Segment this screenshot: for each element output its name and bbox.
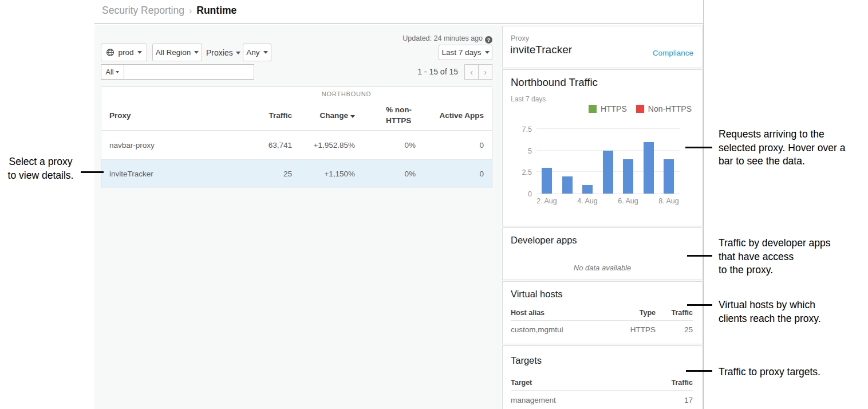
northbound-traffic-card: Northbound Traffic Last 7 days HTTPS Non… <box>502 69 703 226</box>
table-row[interactable]: inviteTracker 25 +1,150% 0% 0 <box>101 159 492 188</box>
proxies-dropdown[interactable]: Proxies <box>206 48 240 57</box>
column-header-type: Type <box>616 309 656 317</box>
proxy-label: Proxy <box>511 34 529 42</box>
developer-apps-card: Developer apps No data available <box>502 227 703 280</box>
column-header-traffic: Traffic <box>656 379 693 387</box>
cell-traffic: 63,741 <box>235 141 292 150</box>
cell-host-alias: custom,mgmtui <box>511 325 616 334</box>
x-axis-tick-label: 6. Aug <box>618 197 638 205</box>
legend-label: Non-HTTPS <box>648 104 692 113</box>
https-swatch-icon <box>589 105 597 113</box>
virtual-host-row: custom,mgmtui HTTPS 25 <box>511 321 693 338</box>
annotation-line <box>81 171 104 173</box>
targets-card: Targets Target Traffic management 17 <box>502 345 703 409</box>
y-axis-tick-label: 7.5 <box>509 125 532 133</box>
y-axis-tick-label: 0 <box>509 190 532 198</box>
chart-title: Northbound Traffic <box>511 76 598 89</box>
x-axis-tick-label: 2. Aug <box>536 197 557 205</box>
region-dropdown[interactable]: All Region <box>152 44 202 61</box>
targets-title: Targets <box>511 355 542 366</box>
chevron-down-icon <box>194 51 199 54</box>
breadcrumb: Security Reporting › Runtime <box>102 5 236 17</box>
non-https-swatch-icon <box>636 105 644 113</box>
column-header-change[interactable]: Change <box>292 111 355 120</box>
virtual-hosts-card: Virtual hosts Host alias Type Traffic cu… <box>502 281 703 344</box>
chevron-right-icon: › <box>484 67 487 77</box>
selected-proxy-name: inviteTracker <box>510 44 572 56</box>
legend-label: HTTPS <box>601 104 627 113</box>
search-scope-dropdown[interactable]: All <box>101 64 124 80</box>
compliance-link[interactable]: Compliance <box>653 49 693 57</box>
cell-active-apps: 0 <box>416 141 492 150</box>
date-range-label: Last 7 days <box>441 48 481 57</box>
column-header-traffic[interactable]: Traffic <box>235 111 292 120</box>
chart-legend: HTTPS Non-HTTPS <box>589 104 692 113</box>
table-row[interactable]: navbar-proxy 63,741 +1,952.85% 0% 0 <box>101 131 492 159</box>
annotation-line <box>687 255 712 257</box>
column-header-host-alias: Host alias <box>511 309 616 317</box>
cell-proxy-name: inviteTracker <box>101 170 235 178</box>
cell-change: +1,952.85% <box>292 141 355 150</box>
column-header-active-apps[interactable]: Active Apps <box>416 111 492 120</box>
pagination-prev-button[interactable]: ‹ <box>464 64 479 80</box>
region-dropdown-label: All Region <box>156 48 191 57</box>
traffic-bar[interactable] <box>644 142 654 194</box>
proxies-dropdown-label: Proxies <box>206 48 233 57</box>
x-axis-tick-label: 4. Aug <box>577 197 597 205</box>
legend-item-non-https: Non-HTTPS <box>636 104 692 113</box>
cell-active-apps: 0 <box>416 170 492 178</box>
cell-proxy-name: navbar-proxy <box>101 141 235 150</box>
breadcrumb-section[interactable]: Security Reporting <box>102 5 184 17</box>
annotation-targets: Traffic to proxy targets. <box>719 365 868 379</box>
gridline <box>536 128 680 129</box>
traffic-bar[interactable] <box>582 185 593 194</box>
annotation-line <box>685 147 712 148</box>
cell-traffic: 17 <box>656 396 693 404</box>
chevron-down-icon <box>116 71 119 73</box>
column-header-proxy[interactable]: Proxy <box>101 111 235 120</box>
updated-text: Updated: 24 minutes ago <box>403 34 483 42</box>
proxy-table: NORTHBOUND Proxy Traffic Change % non-HT… <box>101 86 492 188</box>
y-axis-tick-label: 2.5 <box>509 168 532 176</box>
chevron-down-icon <box>485 51 490 54</box>
globe-icon <box>106 48 115 57</box>
proxy-detail-header-card: Proxy inviteTracker Compliance <box>502 26 703 68</box>
search-scope-label: All <box>106 68 114 76</box>
help-icon[interactable]: ? <box>485 36 492 44</box>
virtual-hosts-title: Virtual hosts <box>511 289 563 300</box>
traffic-bar[interactable] <box>542 168 552 194</box>
legend-item-https: HTTPS <box>589 104 627 113</box>
environment-dropdown-label: prod <box>118 48 133 57</box>
cell-target: management <box>511 396 656 404</box>
cell-non-https: 0% <box>355 170 416 178</box>
targets-header-row: Target Traffic <box>511 375 693 391</box>
search-input[interactable] <box>124 64 254 80</box>
environment-dropdown[interactable]: prod <box>101 44 147 61</box>
traffic-bar[interactable] <box>562 176 573 194</box>
breadcrumb-separator-icon: › <box>189 6 192 16</box>
annotation-select-proxy: Select a proxy to view details. <box>0 155 81 182</box>
table-group-header: NORTHBOUND <box>289 91 404 97</box>
cell-non-https: 0% <box>355 141 416 150</box>
pagination-next-button[interactable]: › <box>478 64 492 80</box>
screenshot-right-border <box>703 0 704 409</box>
traffic-bar[interactable] <box>664 159 674 194</box>
table-header-row: Proxy Traffic Change % non-HTTPS Active … <box>101 101 492 131</box>
page-title: Runtime <box>196 5 236 17</box>
cell-traffic: 25 <box>656 325 693 334</box>
any-dropdown[interactable]: Any <box>243 44 271 61</box>
date-range-dropdown[interactable]: Last 7 days <box>439 45 492 60</box>
traffic-bar[interactable] <box>623 159 633 194</box>
cell-traffic: 25 <box>235 170 292 178</box>
virtual-hosts-header-row: Host alias Type Traffic <box>511 305 693 321</box>
traffic-bar[interactable] <box>603 151 613 194</box>
chevron-left-icon: ‹ <box>470 67 473 77</box>
column-header-non-https[interactable]: % non-HTTPS <box>355 105 416 125</box>
chevron-down-icon <box>263 51 268 54</box>
annotation-virtual-hosts: Virtual hosts by which clients reach the… <box>719 298 868 325</box>
chevron-down-icon <box>137 51 142 54</box>
chart-subtitle: Last 7 days <box>511 95 546 103</box>
chevron-down-icon <box>236 52 240 54</box>
cell-type: HTTPS <box>616 325 656 334</box>
column-header-target: Target <box>511 379 656 387</box>
